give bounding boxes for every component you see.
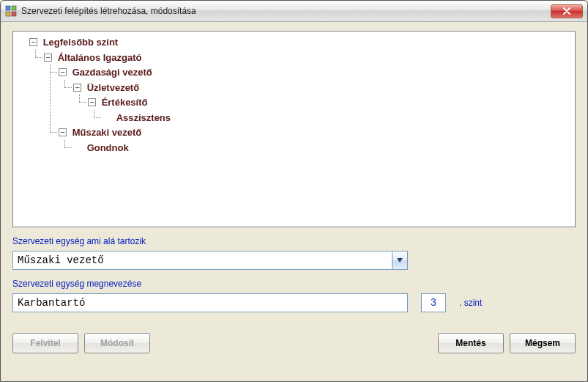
- collapse-icon[interactable]: −: [59, 68, 67, 76]
- tree-node-label: Gazdasági vezető: [72, 67, 152, 78]
- tree-node-label: Értékesítő: [102, 97, 148, 108]
- tree-node-label: Legfelsőbb szint: [43, 37, 119, 48]
- tree-node[interactable]: Asszisztens: [88, 110, 573, 125]
- tree-node[interactable]: − Üzletvezető − Értékesítő: [59, 80, 573, 125]
- svg-rect-3: [12, 12, 16, 16]
- tree-node-label: Általános Igazgató: [58, 51, 142, 62]
- tree-node-label: Üzletvezető: [87, 81, 140, 92]
- name-field-group: Szervezeti egység megnevezése 3 . szint: [12, 279, 576, 312]
- titlebar: Szervezeti felépítés létrehozása, módosí…: [1, 1, 587, 22]
- tree-node[interactable]: − Gazdasági vezető − Üzletvezető: [44, 65, 573, 125]
- tree-node[interactable]: − Műszaki vezető Gondnok: [44, 125, 573, 155]
- close-button[interactable]: [551, 4, 583, 18]
- tree-node[interactable]: − Általános Igazgató − Gazdasági vezető …: [29, 50, 573, 155]
- parent-combobox[interactable]: [12, 251, 408, 270]
- level-suffix-label: . szint: [459, 298, 482, 308]
- dialog-window: Szervezeti felépítés létrehozása, módosí…: [0, 0, 588, 382]
- org-tree[interactable]: − Legfelsőbb szint − Általános Igazgató …: [12, 31, 576, 227]
- save-button[interactable]: Mentés: [438, 333, 504, 353]
- window-title: Szervezeti felépítés létrehozása, módosí…: [21, 6, 551, 16]
- collapse-icon[interactable]: −: [88, 98, 96, 106]
- parent-field-group: Szervezeti egység ami alá tartozik: [12, 236, 576, 270]
- collapse-icon[interactable]: −: [73, 84, 81, 92]
- svg-rect-2: [6, 12, 10, 16]
- tree-node-label: Műszaki vezető: [72, 127, 142, 138]
- parent-field-label: Szervezeti egység ami alá tartozik: [12, 236, 576, 246]
- tree-node[interactable]: Gondnok: [59, 140, 573, 155]
- svg-rect-1: [12, 6, 16, 10]
- parent-combobox-input[interactable]: [12, 251, 392, 270]
- parent-combobox-button[interactable]: [392, 251, 408, 270]
- tree-node[interactable]: − Legfelsőbb szint − Általános Igazgató …: [15, 34, 573, 155]
- collapse-icon[interactable]: −: [44, 54, 52, 62]
- chevron-down-icon: [397, 258, 403, 262]
- button-row: Felvitel Módosít Mentés Mégsem: [12, 333, 576, 353]
- modosit-button[interactable]: Módosít: [84, 333, 150, 353]
- level-display: 3: [421, 293, 446, 312]
- collapse-icon[interactable]: −: [29, 38, 37, 46]
- cancel-button[interactable]: Mégsem: [510, 333, 576, 353]
- collapse-icon[interactable]: −: [59, 128, 67, 136]
- app-icon: [5, 5, 17, 17]
- felvitel-button[interactable]: Felvitel: [12, 333, 78, 353]
- dialog-content: − Legfelsőbb szint − Általános Igazgató …: [1, 22, 587, 381]
- svg-rect-0: [6, 6, 10, 10]
- name-field-label: Szervezeti egység megnevezése: [12, 279, 576, 289]
- close-icon: [563, 7, 570, 15]
- tree-node[interactable]: − Értékesítő Asszisztens: [73, 95, 573, 125]
- tree-node-label: Gondnok: [87, 142, 129, 153]
- name-input[interactable]: [12, 293, 408, 312]
- tree-node-label: Asszisztens: [116, 111, 171, 122]
